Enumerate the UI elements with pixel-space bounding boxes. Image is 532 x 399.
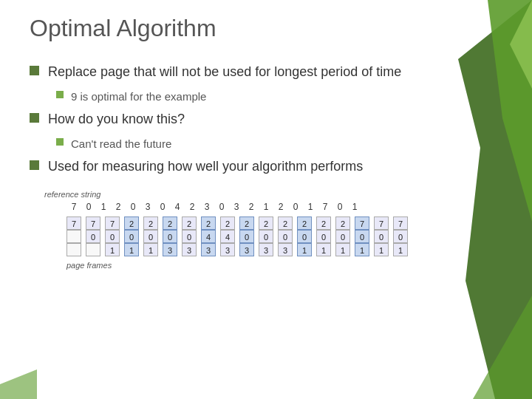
frame-cell: 2 [143,216,158,230]
frame-cell: 0 [182,230,197,243]
frame-cell: 7 [86,216,100,230]
frame-cell: 7 [374,216,389,230]
frame-cell: 1 [316,243,331,256]
frame-cell: 1 [143,243,158,256]
bullet-icon-2 [30,113,39,123]
frame-cell: 0 [105,230,120,243]
ref-string-row: 70120304230321201701 [66,202,429,212]
frame-col: 203 [278,216,293,256]
frame-cell: 4 [201,230,216,243]
algorithm-diagram: reference string 70120304230321201701 77… [44,190,429,270]
frame-cell: 2 [124,216,139,230]
frame-cell: 1 [335,243,350,256]
frame-cell: 7 [393,216,408,230]
ref-num: 3 [140,202,155,212]
frame-cell: 7 [66,216,81,230]
frame-cell: 7 [105,216,120,230]
frame-cell: 2 [163,216,177,230]
frame-cell [66,230,81,243]
bullet-icon-3 [30,160,39,170]
sub-item-1: 9 is optimal for the example [56,89,429,104]
ref-num: 2 [244,202,259,212]
frame-col: 203 [182,216,197,256]
frame-col: 201 [124,216,139,256]
frame-cell: 0 [316,230,331,243]
frame-cell: 3 [259,243,273,256]
frame-cell [86,243,100,256]
frame-cell: 2 [297,216,312,230]
frame-cell: 0 [163,230,177,243]
ref-num: 1 [347,202,362,212]
sub-text-2: Can't read the future [71,136,171,151]
frame-cell: 0 [278,230,293,243]
frame-col: 701 [374,216,389,256]
frame-cell: 3 [201,243,216,256]
bullet-item-2: How do you know this? [30,110,429,129]
ref-num: 7 [318,202,332,212]
ref-num: 4 [170,202,185,212]
bullet-item-1: Replace page that will not be used for l… [30,63,429,81]
frame-col: 203 [163,216,177,256]
frames-container: 7707012012012032032432432032032032012012… [66,216,429,256]
bullet-text-2: How do you know this? [48,110,185,129]
ref-num: 0 [214,202,229,212]
frame-col: 70 [86,216,100,256]
ref-label: reference string [44,190,429,199]
bullet-icon-1 [30,66,39,75]
sub-text-1: 9 is optimal for the example [71,89,206,104]
page-frames-label: page frames [66,261,429,270]
frame-cell: 3 [239,243,254,256]
frame-cell: 2 [259,216,273,230]
frame-cell: 2 [182,216,197,230]
frame-cell: 1 [374,243,389,256]
frame-cell: 1 [393,243,408,256]
frame-col: 701 [355,216,369,256]
frame-col: 701 [393,216,408,256]
frame-cell: 7 [355,216,369,230]
frame-cell: 0 [393,230,408,243]
frame-cell: 1 [124,243,139,256]
sub-bullet-icon-2 [56,138,64,146]
frame-cell: 0 [297,230,312,243]
frame-cell: 0 [374,230,389,243]
sub-bullet-icon-1 [56,91,64,98]
frame-cell: 0 [355,230,369,243]
frame-cell: 1 [297,243,312,256]
ref-num: 2 [111,202,126,212]
frame-cell: 0 [259,230,273,243]
frame-cell: 1 [355,243,369,256]
frame-col: 201 [143,216,158,256]
frame-cell: 0 [86,230,100,243]
sub-item-2: Can't read the future [56,136,429,151]
frame-col: 203 [259,216,273,256]
page-title: Optimal Algorithm [30,15,429,42]
bullet-item-3: Used for measuring how well your algorit… [30,157,429,176]
ref-num: 0 [288,202,303,212]
frame-cell: 2 [201,216,216,230]
frame-cell: 0 [124,230,139,243]
ref-num: 2 [185,202,200,212]
bullet-text-3: Used for measuring how well your algorit… [48,157,363,176]
frame-col: 701 [105,216,120,256]
frame-cell: 2 [278,216,293,230]
ref-num: 0 [81,202,96,212]
frame-cell: 0 [239,230,254,243]
frame-cell: 0 [335,230,350,243]
ref-num: 0 [332,202,347,212]
frame-col: 7 [66,216,81,256]
ref-num: 0 [155,202,170,212]
ref-num: 1 [303,202,318,212]
frame-cell: 3 [278,243,293,256]
ref-num: 0 [126,202,140,212]
frame-cell: 2 [316,216,331,230]
frame-cell: 3 [220,243,235,256]
ref-num: 3 [229,202,244,212]
frame-col: 201 [297,216,312,256]
frame-cell: 2 [220,216,235,230]
frame-cell: 0 [143,230,158,243]
frame-cell: 4 [220,230,235,243]
frame-cell: 2 [239,216,254,230]
bullet-text-1: Replace page that will not be used for l… [48,63,401,81]
frame-cell: 1 [105,243,120,256]
ref-num: 1 [96,202,111,212]
